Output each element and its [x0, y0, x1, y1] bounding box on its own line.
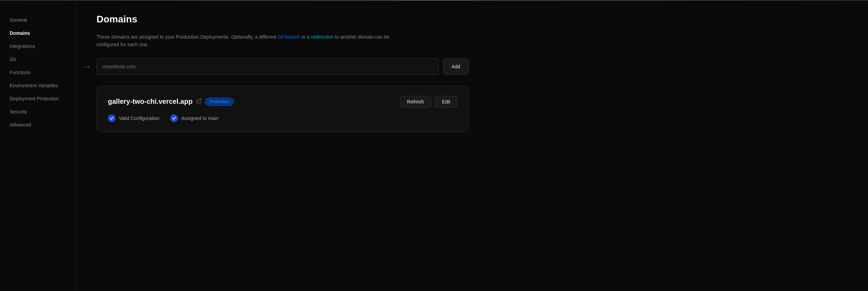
domain-card: gallery-two-chi.vercel.app Production Re… [97, 86, 469, 132]
status-item-assigned: Assigned to main [170, 114, 218, 122]
sidebar-item-integrations[interactable]: Integrations [0, 40, 75, 52]
domain-name-row: gallery-two-chi.vercel.app Production [108, 98, 234, 106]
sidebar-item-env-vars[interactable]: Environment Variables [0, 79, 75, 92]
edit-button[interactable]: Edit [435, 96, 457, 108]
sidebar-item-deployment-protection[interactable]: Deployment Protection [0, 92, 75, 105]
domain-input[interactable] [97, 58, 439, 75]
refresh-button[interactable]: Refresh [400, 96, 431, 108]
sidebar-item-security[interactable]: Security [0, 106, 75, 118]
assigned-label: Assigned to main [181, 116, 218, 121]
external-link-icon[interactable] [196, 98, 202, 105]
valid-config-check-icon [108, 114, 115, 122]
top-border [0, 0, 868, 1]
status-item-valid-config: Valid Configuration [108, 114, 159, 122]
redirection-link[interactable]: redirection [311, 34, 333, 40]
arrow-indicator: → [83, 62, 91, 71]
assigned-check-icon [170, 114, 178, 122]
sidebar-item-general[interactable]: General [0, 14, 75, 26]
domain-name: gallery-two-chi.vercel.app [108, 98, 193, 106]
add-domain-button[interactable]: Add [443, 58, 469, 75]
sidebar-item-domains[interactable]: Domains [0, 27, 75, 39]
sidebar-item-git[interactable]: Git [0, 53, 75, 66]
domain-input-row: → Add [97, 58, 469, 75]
domain-header: gallery-two-chi.vercel.app Production Re… [108, 96, 457, 108]
valid-config-label: Valid Configuration [119, 116, 159, 121]
card-actions: Refresh Edit [400, 96, 457, 108]
domain-status-row: Valid Configuration Assigned to main [108, 114, 457, 122]
page-title: Domains [97, 14, 469, 25]
description-text-2: or a [300, 34, 311, 40]
description-text-1: These domains are assigned to your Produ… [97, 34, 278, 40]
sidebar-item-functions[interactable]: Functions [0, 66, 75, 79]
description: These domains are assigned to your Produ… [97, 33, 407, 49]
production-badge: Production [205, 98, 234, 106]
main-content: Domains These domains are assigned to yo… [76, 0, 489, 291]
git-branch-link[interactable]: Git branch [278, 34, 300, 40]
sidebar: General Domains Integrations Git Functio… [0, 0, 76, 291]
sidebar-item-advanced[interactable]: Advanced [0, 119, 75, 131]
